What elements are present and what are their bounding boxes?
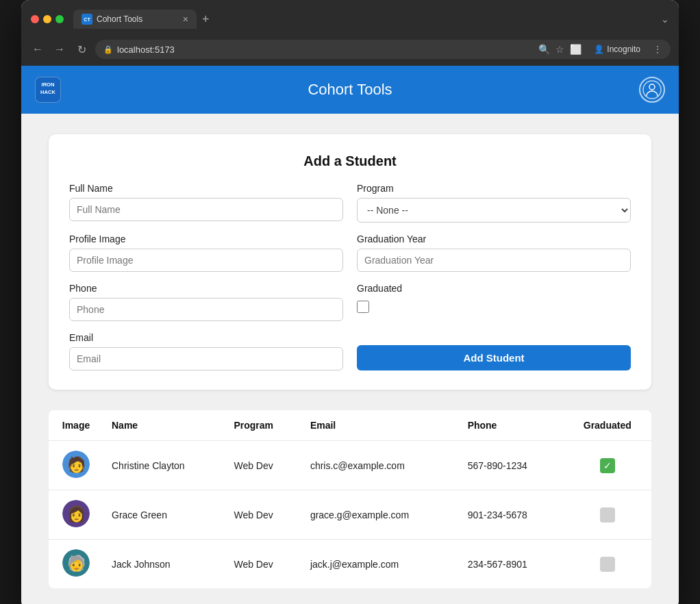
cell-avatar: 👩 [49, 490, 103, 540]
user-profile-button[interactable] [639, 77, 665, 103]
search-icon[interactable]: 🔍 [538, 44, 550, 55]
window-controls-right: ⌄ [661, 14, 669, 25]
active-tab[interactable]: CT Cohort Tools × [73, 10, 197, 29]
table-row: 🧓 Jack Johnson Web Dev jack.j@example.co… [49, 540, 651, 589]
table-body: 🧑 Christine Clayton Web Dev chris.c@exam… [49, 441, 651, 589]
col-header-program: Program [225, 410, 301, 441]
profile-image-group: Profile Image [69, 234, 343, 272]
cell-program: Web Dev [225, 540, 301, 589]
graduated-label: Graduated [357, 283, 631, 294]
minimize-traffic-light[interactable] [43, 15, 51, 23]
cell-phone: 567-890-1234 [460, 441, 564, 490]
app-title: Cohort Tools [61, 81, 639, 99]
graduated-group: Graduated [357, 283, 631, 321]
svg-text:IRON: IRON [42, 81, 55, 88]
cell-phone: 901-234-5678 [460, 490, 564, 540]
col-header-name: Name [103, 410, 225, 441]
graduation-year-input[interactable] [357, 249, 631, 272]
cell-phone: 234-567-8901 [460, 540, 564, 589]
form-grid: Full Name Program -- None -- Web Dev UX/… [69, 183, 631, 370]
avatar: 🧓 [62, 549, 90, 577]
program-label: Program [357, 183, 631, 194]
email-group: Email [69, 332, 343, 370]
cell-program: Web Dev [225, 490, 301, 540]
incognito-label: Incognito [607, 45, 640, 54]
phone-label: Phone [69, 283, 343, 294]
add-student-form-card: Add a Student Full Name Program -- None … [49, 134, 651, 390]
cell-name: Jack Johnson [103, 540, 225, 589]
svg-point-6 [649, 84, 655, 90]
graduated-checkbox-wrapper [357, 301, 631, 313]
address-bar-right: 🔍 ☆ ⬜ 👤 Incognito ⋮ [538, 42, 662, 56]
form-title: Add a Student [69, 153, 631, 169]
cell-email: grace.g@example.com [302, 490, 460, 540]
full-name-label: Full Name [69, 183, 343, 194]
cell-avatar: 🧑 [49, 441, 103, 490]
svg-text:👩: 👩 [67, 505, 86, 523]
incognito-avatar-icon: 👤 [594, 45, 604, 54]
cell-email: jack.j@example.com [302, 540, 460, 589]
forward-button[interactable]: → [51, 43, 68, 55]
app-container: IRON HACK Cohort Tools Add a Student [21, 66, 679, 604]
url-display: localhost:5173 [117, 45, 175, 55]
student-table: Image Name Program Email Phone Graduated… [49, 410, 651, 588]
bookmark-icon[interactable]: ☆ [555, 44, 564, 55]
avatar: 👩 [62, 500, 90, 527]
back-button[interactable]: ← [29, 43, 46, 55]
address-bar-row: ← → ↻ 🔒 localhost:5173 🔍 ☆ ⬜ 👤 Incognito… [21, 36, 679, 66]
app-header: IRON HACK Cohort Tools [21, 66, 679, 114]
graduated-checkbox[interactable] [357, 301, 369, 313]
program-select[interactable]: -- None -- Web Dev UX/UI Data Analytics … [357, 198, 631, 223]
address-bar[interactable]: 🔒 localhost:5173 🔍 ☆ ⬜ 👤 Incognito ⋮ [95, 40, 671, 59]
email-label: Email [69, 332, 343, 343]
browser-chrome: CT Cohort Tools × + ⌄ ← → ↻ 🔒 localhost:… [21, 0, 679, 66]
graduated-empty-icon [600, 557, 615, 572]
svg-text:🧑: 🧑 [67, 455, 86, 474]
email-input[interactable] [69, 347, 343, 370]
tab-bar: CT Cohort Tools × + [73, 10, 655, 29]
svg-text:🧓: 🧓 [67, 554, 86, 572]
svg-text:CT: CT [84, 17, 90, 22]
cell-name: Christine Clayton [103, 441, 225, 490]
main-content: Add a Student Full Name Program -- None … [21, 114, 679, 604]
app-logo: IRON HACK [35, 77, 61, 103]
phone-input[interactable] [69, 298, 343, 321]
col-header-phone: Phone [460, 410, 564, 441]
tab-favicon: CT [82, 14, 92, 25]
full-name-input[interactable] [69, 198, 343, 221]
title-bar: CT Cohort Tools × + ⌄ [21, 0, 679, 36]
graduation-year-label: Graduation Year [357, 234, 631, 244]
maximize-traffic-light[interactable] [55, 15, 64, 23]
cell-name: Grace Green [103, 490, 225, 540]
add-student-button[interactable]: Add Student [357, 345, 631, 370]
cell-graduated: ✓ [564, 441, 651, 490]
col-header-image: Image [49, 410, 103, 441]
traffic-lights [31, 15, 64, 23]
cell-avatar: 🧓 [49, 540, 103, 589]
col-header-email: Email [302, 410, 460, 441]
program-group: Program -- None -- Web Dev UX/UI Data An… [357, 183, 631, 223]
more-options-icon[interactable]: ⋮ [653, 44, 662, 55]
graduated-check-icon: ✓ [600, 458, 615, 473]
table-row: 👩 Grace Green Web Dev grace.g@example.co… [49, 490, 651, 540]
table-header-row: Image Name Program Email Phone Graduated [49, 410, 651, 441]
close-traffic-light[interactable] [31, 15, 39, 23]
table-header: Image Name Program Email Phone Graduated [49, 410, 651, 441]
cell-graduated [564, 490, 651, 540]
avatar: 🧑 [62, 451, 90, 478]
col-header-graduated: Graduated [564, 410, 651, 441]
phone-group: Phone [69, 283, 343, 321]
profile-image-label: Profile Image [69, 234, 343, 244]
cell-graduated [564, 540, 651, 589]
graduation-year-group: Graduation Year [357, 234, 631, 272]
tab-close-button[interactable]: × [183, 14, 188, 25]
full-name-group: Full Name [69, 183, 343, 223]
tab-title: Cohort Tools [97, 14, 142, 24]
profile-image-input[interactable] [69, 249, 343, 272]
new-tab-button[interactable]: + [197, 12, 215, 27]
graduated-empty-icon [600, 507, 615, 523]
reload-button[interactable]: ↻ [73, 43, 90, 56]
split-view-icon[interactable]: ⬜ [570, 44, 582, 55]
lock-icon: 🔒 [103, 45, 113, 54]
browser-window: CT Cohort Tools × + ⌄ ← → ↻ 🔒 localhost:… [21, 0, 679, 604]
